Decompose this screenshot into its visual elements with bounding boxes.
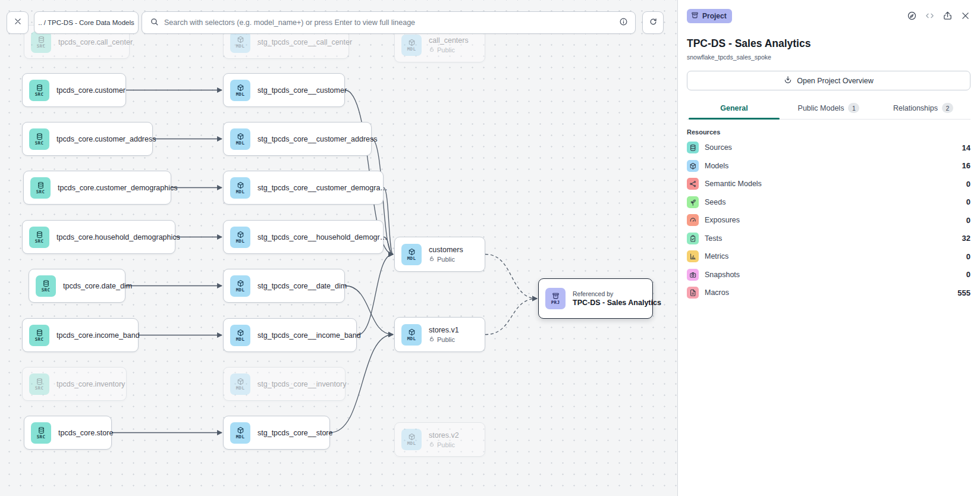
node-label: stg_tpcds_core__income_band [257,331,361,340]
refresh-button[interactable] [642,11,664,34]
close-panel-button[interactable] [960,11,970,21]
resource-label: Sources [705,143,956,152]
code-button[interactable] [925,11,935,21]
node-tpcds-core-household-demographics[interactable]: SRCtpcds_core.household_demographics [22,220,175,254]
resource-count: 0 [966,180,970,189]
close-lineage-button[interactable] [7,11,29,34]
recenter-button[interactable] [907,11,917,21]
node-label: stg_tpcds_core__inventory [257,380,346,388]
cube-badge-icon: MDL [401,244,422,265]
project-type-badge: Project [687,9,732,23]
cube-badge-icon: MDL [230,128,250,150]
resource-count: 0 [966,270,970,279]
database-badge-icon: SRC [29,325,49,346]
node-stores-v2[interactable]: MDLstores.v2Public [394,422,485,457]
cube-badge-icon: MDL [401,324,422,346]
lineage-canvas[interactable]: SRCtpcds_core.call_centerMDLstg_tpcds_co… [0,0,677,496]
node-stg-tpcds-core-household-demogr[interactable]: MDLstg_tpcds_core__household_demogr… [223,220,384,254]
camera-icon [687,269,699,281]
node-stg-tpcds-core-customer-address[interactable]: MDLstg_tpcds_core__customer_address [223,122,372,156]
cube-badge-icon: MDL [230,80,250,101]
database-badge-icon: SRC [29,227,49,248]
close-icon [14,17,22,28]
database-badge-icon: SRC [31,422,51,444]
node-label: tpcds_core.customer_address [56,135,156,143]
database-badge-icon: SRC [31,32,51,53]
panel-title: TPC-DS - Sales Analytics [687,37,970,50]
breadcrumb-label: .. / TPC-DS - Core Data Models [38,19,134,26]
node-access-label: Public [437,256,455,263]
lock-open-icon [429,336,435,343]
node-tpcds-core-inventory[interactable]: SRCtpcds_core.inventory [22,367,127,401]
database-badge-icon: SRC [29,80,49,101]
tab-label: General [720,104,748,112]
resource-row-tests: Tests32 [687,230,970,248]
cube-badge-icon: MDL [230,177,250,199]
search-input[interactable] [164,18,614,27]
node-tpcds-core-customer-demographics[interactable]: SRCtpcds_core.customer_demographics [23,171,171,205]
resource-row-semantic-models: Semantic Models0 [687,175,970,193]
breadcrumb[interactable]: .. / TPC-DS - Core Data Models [34,11,139,34]
node-stg-tpcds-core-income-band[interactable]: MDLstg_tpcds_core__income_band [223,318,357,352]
document-icon [687,287,699,299]
project-icon [691,11,699,21]
share-button[interactable] [943,11,953,21]
node-tpcds-core-date-dim[interactable]: SRCtpcds_core.date_dim [29,269,125,303]
cube-icon [687,160,699,172]
node-label: stg_tpcds_core__household_demogr… [257,233,387,241]
search-icon [150,17,159,29]
node-label: tpcds_core.inventory [56,380,125,388]
node-label: stg_tpcds_core__call_center [257,38,352,46]
node-label: stg_tpcds_core__date_dim [257,282,347,290]
node-label: stores.v2 [429,431,459,440]
node-stores-v1[interactable]: MDLstores.v1Public [394,317,485,352]
tab-general[interactable]: General [687,99,781,119]
node-label: tpcds_core.income_band [56,331,140,340]
resource-label: Seeds [705,198,960,206]
node-stg-tpcds-core-date-dim[interactable]: MDLstg_tpcds_core__date_dim [223,269,345,303]
lock-open-icon [429,256,435,263]
node-stg-tpcds-core-customer-demogra[interactable]: MDLstg_tpcds_core__customer_demogra… [223,171,384,205]
resource-row-models: Models16 [687,157,970,175]
resource-label: Macros [705,288,951,297]
node-tpc-ds-sales-analytics[interactable]: PRJReferenced byTPC-DS - Sales Analytics [538,278,653,319]
node-label: tpcds_core.customer_demographics [58,184,178,192]
tab-public-models[interactable]: Public Models1 [781,99,876,119]
resource-label: Exposures [705,216,960,224]
database-icon [687,142,699,153]
node-stg-tpcds-core-inventory[interactable]: MDLstg_tpcds_core__inventory [223,367,345,401]
node-label: customers [429,246,463,254]
resource-row-macros: Macros555 [687,284,970,302]
node-pretitle: Referenced by [573,290,661,297]
node-label: tpcds_core.customer [56,86,125,95]
cube-badge-icon: MDL [401,34,422,56]
node-customers[interactable]: MDLcustomersPublic [394,237,485,272]
tab-label: Public Models [798,104,844,112]
details-panel: Project TPC-DS - Sales Analytics snowfla… [677,0,980,496]
lineage-edge [485,255,537,299]
node-tpcds-core-customer[interactable]: SRCtpcds_core.customer [22,73,126,107]
cube-badge-icon: MDL [230,422,250,444]
node-stg-tpcds-core-customer[interactable]: MDLstg_tpcds_core__customer [223,73,345,107]
resource-count: 0 [966,216,970,225]
cube-badge-icon: MDL [230,227,250,248]
info-icon[interactable] [619,17,628,29]
cube-badge-icon: MDL [230,32,250,53]
database-badge-icon: SRC [30,177,51,199]
node-stg-tpcds-core-store[interactable]: MDLstg_tpcds_core__store [223,416,330,450]
node-tpcds-core-income-band[interactable]: SRCtpcds_core.income_band [22,318,139,352]
resource-row-seeds: Seeds0 [687,193,970,212]
node-tpcds-core-customer-address[interactable]: SRCtpcds_core.customer_address [22,122,153,156]
resource-count: 16 [962,161,970,170]
resource-row-snapshots: Snapshots0 [687,266,970,284]
lock-open-icon [429,46,435,54]
open-project-overview-button[interactable]: Open Project Overview [687,71,970,90]
node-tpcds-core-store[interactable]: SRCtpcds_core.store [24,416,112,450]
node-label: tpcds_core.date_dim [63,282,132,290]
tab-relationships[interactable]: Relationships2 [876,99,970,119]
node-label: stores.v1 [429,326,459,334]
node-label: tpcds_core.call_center [58,38,133,46]
resource-row-sources: Sources14 [687,139,970,157]
node-access-label: Public [437,336,455,343]
graph-icon [687,178,699,190]
